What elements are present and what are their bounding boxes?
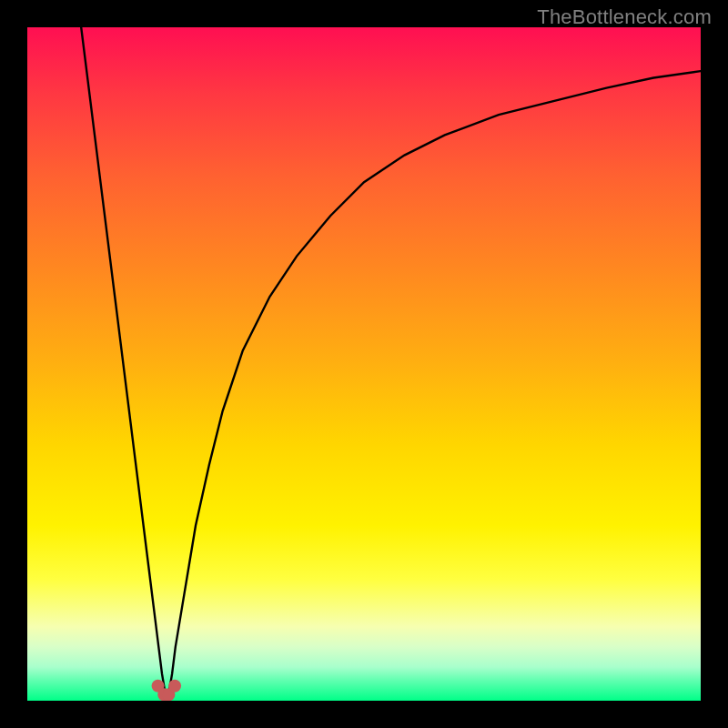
chart-plot-area [27,27,701,701]
curve-left-branch [81,27,166,694]
curve-markers [152,680,182,701]
curve-marker [168,680,181,693]
attribution-label: TheBottleneck.com [537,5,712,29]
chart-curve-layer [27,27,701,701]
curve-right-branch [168,71,701,694]
